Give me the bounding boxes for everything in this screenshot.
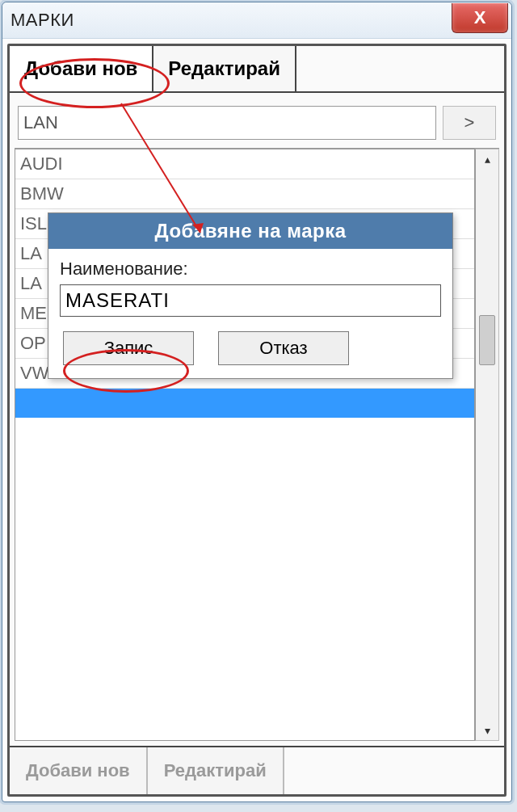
add-mark-dialog: Добавяне на марка Наименование: Запис От…	[48, 212, 453, 379]
list-wrap: AUDI BMW ISL LA LA ME OP VW Добавяне на …	[15, 148, 499, 741]
tab-edit[interactable]: Редактирай	[153, 46, 296, 91]
titlebar: МАРКИ X	[2, 2, 511, 39]
list-item-selected[interactable]	[15, 389, 474, 418]
name-label: Наименование:	[60, 259, 441, 280]
marks-window: МАРКИ X Добави нов Редактирай > AUDI BMW…	[2, 2, 512, 802]
scroll-down-icon[interactable]: ▾	[485, 721, 490, 740]
dialog-body: Наименование: Запис Отказ	[48, 249, 452, 378]
search-row: >	[10, 93, 504, 148]
tab-bar: Добави нов Редактирай	[10, 46, 504, 93]
search-input[interactable]	[18, 106, 436, 140]
close-icon: X	[474, 7, 486, 28]
footer-bar: Добави нов Редактирай	[10, 746, 504, 794]
window-title: МАРКИ	[11, 10, 74, 31]
scroll-up-icon[interactable]: ▴	[485, 149, 490, 169]
close-button[interactable]: X	[452, 3, 508, 33]
chevron-right-icon: >	[464, 112, 475, 133]
dialog-button-row: Запис Отказ	[60, 331, 441, 365]
tab-add-new[interactable]: Добави нов	[10, 46, 153, 91]
name-input[interactable]	[60, 284, 441, 317]
scrollbar[interactable]: ▴ ▾	[475, 149, 499, 741]
dialog-title: Добавяне на марка	[48, 213, 452, 249]
cancel-button[interactable]: Отказ	[218, 331, 349, 365]
list-item[interactable]: BMW	[15, 179, 474, 209]
footer-edit-button[interactable]: Редактирай	[148, 747, 284, 794]
list-item[interactable]: AUDI	[15, 149, 474, 179]
save-button[interactable]: Запис	[63, 331, 194, 365]
body-area: Добави нов Редактирай > AUDI BMW ISL LA …	[7, 44, 506, 797]
marks-list[interactable]: AUDI BMW ISL LA LA ME OP VW Добавяне на …	[15, 149, 475, 741]
scrollbar-thumb[interactable]	[479, 315, 495, 365]
footer-add-button[interactable]: Добави нов	[10, 747, 148, 794]
search-go-button[interactable]: >	[443, 106, 496, 140]
